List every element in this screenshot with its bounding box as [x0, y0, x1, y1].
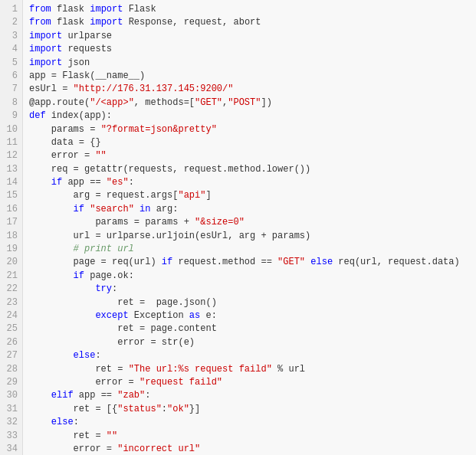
code-line: ret = ""	[29, 430, 473, 443]
code-line: @app.route("/<app>", methods=["GET","POS…	[29, 97, 473, 110]
line-number: 31	[3, 403, 18, 416]
line-number: 33	[3, 430, 18, 443]
line-number: 8	[3, 97, 18, 110]
code-line: if page.ok:	[29, 270, 473, 283]
line-number: 27	[3, 349, 18, 362]
code-line: arg = request.args["api"]	[29, 189, 473, 202]
line-number: 17	[3, 216, 18, 229]
code-line: try:	[29, 283, 473, 296]
code-line: def index(app):	[29, 110, 473, 123]
code-container: 1234567891011121314151617181920212223242…	[0, 0, 476, 455]
code-line: ret = [{"status":"ok"}]	[29, 403, 473, 416]
line-number: 12	[3, 149, 18, 162]
line-number: 2	[3, 16, 18, 29]
line-number: 6	[3, 70, 18, 83]
code-line: elif app == "zab":	[29, 389, 473, 402]
line-number: 11	[3, 136, 18, 149]
line-number: 21	[3, 270, 18, 283]
line-number: 34	[3, 443, 18, 455]
line-number: 13	[3, 163, 18, 176]
code-line: from flask import Flask	[29, 3, 473, 16]
code-line: error = "request faild"	[29, 376, 473, 389]
code-line: ret = page.content	[29, 322, 473, 336]
code-line: import urlparse	[29, 30, 473, 43]
line-number: 23	[3, 296, 18, 309]
code-line: data = {}	[29, 136, 473, 149]
code-line: url = urlparse.urljoin(esUrl, arg + para…	[29, 230, 473, 243]
code-line: except Exception as e:	[29, 309, 473, 322]
code-line: esUrl = "http://176.31.137.145:9200/"	[29, 83, 473, 96]
code-line: import requests	[29, 43, 473, 56]
line-number: 30	[3, 389, 18, 402]
code-line: error = ""	[29, 149, 473, 162]
code-line: app = Flask(__name__)	[29, 70, 473, 83]
line-number: 24	[3, 309, 18, 322]
line-number: 16	[3, 203, 18, 216]
line-number: 20	[3, 256, 18, 269]
code-line: error = "incorrect url"	[29, 443, 473, 455]
code-line: ret = page.json()	[29, 296, 473, 309]
line-number: 32	[3, 416, 18, 429]
line-number: 18	[3, 230, 18, 243]
line-number: 5	[3, 57, 18, 70]
code-line: else:	[29, 416, 473, 429]
line-number: 25	[3, 322, 18, 336]
line-number: 14	[3, 176, 18, 189]
code-line: import json	[29, 57, 473, 70]
line-number: 3	[3, 30, 18, 43]
code-line: # print url	[29, 243, 473, 256]
line-number: 29	[3, 376, 18, 389]
code-line: if "search" in arg:	[29, 203, 473, 216]
code-area[interactable]: from flask import Flaskfrom flask import…	[23, 0, 476, 455]
code-line: page = req(url) if request.method == "GE…	[29, 256, 473, 269]
code-line: params = params + "&size=0"	[29, 216, 473, 229]
line-number: 28	[3, 363, 18, 376]
code-line: if app == "es":	[29, 176, 473, 189]
line-number: 9	[3, 110, 18, 123]
line-number: 4	[3, 43, 18, 56]
line-numbers: 1234567891011121314151617181920212223242…	[0, 0, 23, 455]
line-number: 7	[3, 83, 18, 96]
code-line: req = getattr(requests, request.method.l…	[29, 163, 473, 176]
code-line: from flask import Response, request, abo…	[29, 16, 473, 29]
code-line: params = "?format=json&pretty"	[29, 123, 473, 136]
line-number: 19	[3, 243, 18, 256]
line-number: 26	[3, 336, 18, 349]
code-line: else:	[29, 349, 473, 362]
line-number: 15	[3, 189, 18, 202]
line-number: 22	[3, 283, 18, 296]
line-number: 10	[3, 123, 18, 136]
code-line: ret = "The url:%s request faild" % url	[29, 363, 473, 376]
code-line: error = str(e)	[29, 336, 473, 349]
line-number: 1	[3, 3, 18, 16]
